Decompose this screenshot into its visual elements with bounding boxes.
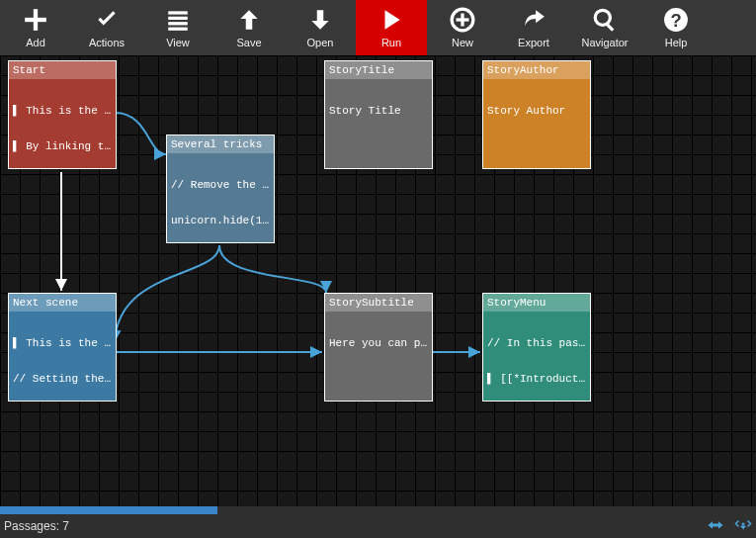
svg-rect-3: [168, 17, 188, 20]
actions-button[interactable]: Actions: [71, 0, 142, 55]
node-body: // Remove the s… unicorn.hide(10… // Sto…: [167, 153, 274, 243]
scrollbar-thumb[interactable]: [0, 506, 217, 514]
node-body: ▌ This is the f… ▌ By linking to… pictur…: [9, 79, 116, 169]
node-title: StorySubtitle: [325, 294, 432, 312]
passages-count: Passages: 7: [4, 519, 69, 533]
svg-text:?: ?: [670, 10, 681, 31]
svg-rect-2: [168, 11, 188, 14]
node-body: ▌ This is the n… // Setting the … effect…: [9, 312, 116, 402]
collapse-button[interactable]: [734, 518, 752, 535]
node-story-subtitle[interactable]: StorySubtitle Here you can pl…: [324, 293, 433, 402]
export-button[interactable]: Export: [498, 0, 569, 55]
node-title: StoryMenu: [483, 294, 590, 312]
run-label: Run: [381, 37, 401, 48]
new-label: New: [452, 37, 473, 48]
circle-plus-icon: [450, 7, 475, 33]
navigator-label: Navigator: [581, 37, 628, 48]
search-icon: [592, 7, 618, 33]
actions-label: Actions: [89, 37, 125, 48]
new-button[interactable]: New: [427, 0, 498, 55]
vertical-scrollbar[interactable]: [746, 55, 756, 514]
svg-rect-4: [168, 22, 188, 25]
run-button[interactable]: Run: [356, 0, 427, 55]
svg-rect-5: [168, 28, 188, 31]
open-label: Open: [307, 37, 334, 48]
story-canvas[interactable]: Start ▌ This is the f… ▌ By linking to… …: [0, 55, 756, 514]
arrows-down-icon: [734, 518, 752, 532]
svg-rect-8: [457, 18, 469, 21]
save-button[interactable]: Save: [213, 0, 285, 55]
save-label: Save: [236, 37, 261, 48]
node-story-title[interactable]: StoryTitle Story Title: [324, 60, 433, 169]
svg-point-9: [595, 10, 610, 25]
node-body: Story Author: [483, 79, 590, 142]
node-story-author[interactable]: StoryAuthor Story Author: [482, 60, 591, 169]
node-title: Start: [9, 61, 116, 79]
view-button[interactable]: View: [142, 0, 213, 55]
share-icon: [521, 7, 546, 33]
check-icon: [94, 7, 120, 33]
svg-rect-10: [606, 23, 614, 31]
arrows-horizontal-icon: [707, 518, 724, 532]
node-title: Next scene: [9, 294, 116, 312]
help-icon: ?: [663, 7, 689, 33]
node-body: // In this pass… ▌ [[*Introducti… // You…: [483, 312, 590, 402]
play-icon: [378, 7, 404, 33]
arrow-down-icon: [307, 7, 333, 33]
expand-horizontal-button[interactable]: [707, 518, 724, 535]
node-title: StoryAuthor: [483, 61, 590, 79]
horizontal-scrollbar[interactable]: [0, 506, 756, 514]
node-title: StoryTitle: [325, 61, 432, 79]
node-body: Here you can pl…: [325, 312, 432, 375]
svg-rect-1: [25, 18, 46, 22]
add-button[interactable]: Add: [0, 0, 71, 55]
add-label: Add: [26, 37, 45, 48]
help-label: Help: [665, 37, 688, 48]
export-label: Export: [518, 37, 549, 48]
toolbar: Add Actions View Save Open Run New Expor…: [0, 0, 756, 55]
arrow-up-icon: [236, 7, 262, 33]
view-label: View: [166, 37, 190, 48]
help-button[interactable]: ? Help: [640, 0, 712, 55]
open-button[interactable]: Open: [285, 0, 356, 55]
navigator-button[interactable]: Navigator: [569, 0, 640, 55]
plus-icon: [23, 7, 48, 33]
node-title: Several tricks: [167, 135, 274, 153]
node-story-menu[interactable]: StoryMenu // In this pass… ▌ [[*Introduc…: [482, 293, 591, 402]
node-body: Story Title: [325, 79, 432, 142]
menu-icon: [165, 7, 191, 33]
node-several-tricks[interactable]: Several tricks // Remove the s… unicorn.…: [166, 134, 275, 243]
node-start[interactable]: Start ▌ This is the f… ▌ By linking to… …: [8, 60, 117, 169]
node-next-scene[interactable]: Next scene ▌ This is the n… // Setting t…: [8, 293, 117, 402]
status-bar: Passages: 7: [0, 514, 756, 538]
